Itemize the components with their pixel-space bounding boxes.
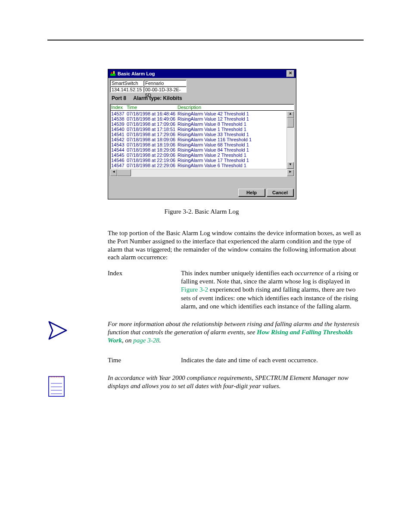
scroll-thumb-vertical[interactable] [287, 118, 294, 128]
list-item[interactable]: 1453807/18/1998 at 16:49:06RisingAlarm V… [111, 116, 286, 121]
list-item[interactable]: 1454107/18/1998 at 17:29:06RisingAlarm V… [111, 132, 286, 137]
list-item[interactable]: 1454607/18/1998 at 22:19:06RisingAlarm V… [111, 158, 286, 163]
alarm-type-label: Alarm type: Kilobits [133, 95, 182, 101]
scroll-up-button[interactable]: ▲ [287, 111, 294, 118]
page-ref-link[interactable]: page 3-28 [133, 337, 159, 344]
vertical-scrollbar[interactable]: ▲ ▼ [286, 111, 294, 169]
list-item[interactable]: 1454407/18/1998 at 18:29:06RisingAlarm V… [111, 147, 286, 152]
list-item[interactable]: 1454007/18/1998 at 17:18:51RisingAlarm V… [111, 127, 286, 132]
tip-icon [47, 320, 68, 341]
list-item[interactable]: 1453907/18/1998 at 17:09:06RisingAlarm V… [111, 121, 286, 127]
col-header-index: Index [111, 105, 127, 110]
scroll-thumb-horizontal[interactable] [117, 169, 131, 176]
scroll-right-button[interactable]: ► [287, 169, 294, 176]
port-alarm-type-line: Port 8 Alarm type: Kilobits [108, 93, 296, 104]
list-item[interactable]: 1453707/18/1998 at 16:48:46RisingAlarm V… [111, 111, 286, 116]
tip-body: For more information about the relations… [108, 320, 364, 345]
col-header-time: Time [127, 105, 177, 110]
port-label: Port 8 [112, 95, 126, 101]
header-rule [47, 40, 364, 40]
svg-marker-3 [49, 322, 66, 339]
device-mac-field: 00-00-1D-33-2E-5D [143, 86, 187, 93]
tip-note: For more information about the relations… [47, 320, 364, 345]
svg-rect-4 [49, 376, 64, 396]
list-item[interactable]: 1454207/18/1998 at 18:09:06RisingAlarm V… [111, 137, 286, 142]
figure-caption: Figure 3-2. Basic Alarm Log [108, 208, 296, 215]
dialog-button-row: Help Cancel [108, 179, 296, 199]
scroll-down-button[interactable]: ▼ [287, 162, 294, 169]
dialog-titlebar: Basic Alarm Log ✕ [108, 69, 296, 78]
svg-rect-1 [111, 72, 112, 74]
list-header: Index Time Description [110, 104, 294, 111]
list-item[interactable]: 1454307/18/1998 at 18:19:06RisingAlarm V… [111, 142, 286, 147]
definition-index: Index This index number uniquely identif… [108, 269, 364, 311]
dialog-title: Basic Alarm Log [118, 71, 155, 76]
basic-alarm-log-dialog: Basic Alarm Log ✕ SmartSwitch 134.141.52… [108, 69, 296, 199]
list-item[interactable]: 1454507/18/1998 at 22:09:06RisingAlarm V… [111, 152, 286, 158]
def-desc-index: This index number uniquely identifies ea… [181, 269, 364, 311]
notepad-icon [47, 374, 65, 397]
device-contact-field: Fennario [143, 80, 187, 86]
cancel-button[interactable]: Cancel [267, 189, 293, 196]
col-header-description: Description [177, 105, 293, 110]
horizontal-scrollbar[interactable]: ◄ ► [110, 169, 294, 176]
svg-rect-2 [113, 71, 115, 74]
intro-paragraph: The top portion of the Basic Alarm Log w… [108, 229, 364, 261]
help-button[interactable]: Help [238, 189, 265, 196]
figure-dialog: Basic Alarm Log ✕ SmartSwitch 134.141.52… [108, 69, 364, 199]
alarm-list: Index Time Description 1453707/18/1998 a… [110, 104, 294, 177]
y2k-note-body: In accordance with Year 2000 compliance … [108, 374, 364, 390]
device-ip-field: 134.141.52.15 [110, 86, 143, 93]
device-info-row: SmartSwitch 134.141.52.15 Fennario 00-00… [108, 78, 296, 93]
device-name-field: SmartSwitch [110, 80, 143, 86]
figure-crossref-link[interactable]: Figure 3-2 [181, 286, 208, 293]
def-term-time: Time [108, 356, 181, 364]
list-item[interactable]: 1454707/18/1998 at 22:29:06RisingAlarm V… [111, 163, 286, 168]
svg-rect-0 [110, 74, 115, 76]
close-button[interactable]: ✕ [286, 70, 294, 77]
def-desc-time: Indicates the date and time of each even… [181, 356, 364, 364]
definition-time: Time Indicates the date and time of each… [108, 356, 364, 364]
def-term-index: Index [108, 269, 181, 311]
y2k-note: In accordance with Year 2000 compliance … [47, 374, 364, 399]
app-icon [110, 71, 116, 76]
scroll-left-button[interactable]: ◄ [110, 169, 117, 176]
